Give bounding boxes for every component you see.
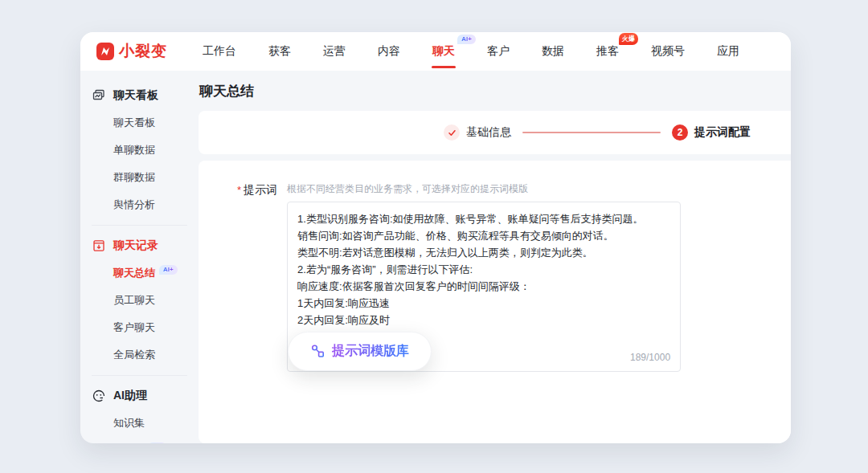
sidebar-section-chat-records[interactable]: 聊天记录 <box>80 232 199 259</box>
sidebar-item-global-search[interactable]: 全局检索 <box>80 341 199 369</box>
step-prompt-config: 2 提示词配置 <box>672 124 751 141</box>
steps-bar: 基础信息 2 提示词配置 <box>199 111 791 154</box>
sidebar-item-staff-chat[interactable]: 员工聊天 <box>80 287 199 314</box>
ai-plus-badge: AI+ <box>148 442 166 443</box>
nav-item-video-account[interactable]: 视频号 <box>651 33 685 70</box>
nav-item-chat[interactable]: 聊天 AI+ <box>432 33 455 70</box>
nav-item-acquire[interactable]: 获客 <box>268 33 291 70</box>
app-window: 小裂变 工作台 获客 运营 内容 聊天 AI+ 客户 数据 推客 火爆 视频号 … <box>80 32 791 443</box>
main-content: 聊天总结 基础信息 2 提示词配置 *提示 <box>199 71 791 443</box>
step-basic-info: 基础信息 <box>444 124 511 141</box>
prompt-config-panel: *提示词 根据不同经营类目的业务需求，可选择对应的提示词模版 1.类型识别服务咨… <box>199 161 791 443</box>
nav-item-workbench[interactable]: 工作台 <box>203 33 236 70</box>
nav-item-operations[interactable]: 运营 <box>323 33 346 70</box>
nav-item-data[interactable]: 数据 <box>542 33 564 70</box>
chat-archive-icon <box>92 239 106 253</box>
hot-badge: 火爆 <box>619 33 638 45</box>
nav-menu: 工作台 获客 运营 内容 聊天 AI+ 客户 数据 推客 火爆 视频号 应用 <box>203 33 739 70</box>
sidebar-item-chat-summary[interactable]: 聊天总结 AI+ <box>80 259 199 287</box>
sidebar-item-chat-dashboard[interactable]: 聊天看板 <box>80 109 199 137</box>
template-library-label: 提示词模版库 <box>332 343 409 360</box>
sidebar-section-chat-dashboard[interactable]: 聊天看板 <box>80 82 199 109</box>
nav-item-customers[interactable]: 客户 <box>487 33 510 70</box>
sidebar-item-customer-chat[interactable]: 客户聊天 <box>80 314 199 341</box>
step-number: 2 <box>672 124 688 141</box>
nav-item-apps[interactable]: 应用 <box>717 33 739 70</box>
prompt-field-label: *提示词 <box>237 182 277 198</box>
prompt-template-library-button[interactable]: 提示词模版库 <box>288 332 432 371</box>
step-check-icon <box>444 124 460 141</box>
page-title: 聊天总结 <box>199 82 791 100</box>
sidebar: 聊天看板 聊天看板 单聊数据 群聊数据 舆情分析 聊天记录 聊天总结 AI+ 员… <box>80 71 199 443</box>
brand-logo[interactable]: 小裂变 <box>96 41 167 62</box>
chat-dashboard-icon <box>92 88 106 103</box>
required-mark: * <box>237 184 241 196</box>
sidebar-section-ai-assistant[interactable]: AI助理 <box>80 382 199 410</box>
nav-item-content[interactable]: 内容 <box>378 33 400 70</box>
sidebar-item-ai-assistant[interactable]: AI助理 AI+ <box>80 437 199 443</box>
sidebar-item-single-chat-data[interactable]: 单聊数据 <box>80 137 199 164</box>
sidebar-divider <box>92 225 187 226</box>
top-navbar: 小裂变 工作台 获客 运营 内容 聊天 AI+ 客户 数据 推客 火爆 视频号 … <box>80 32 791 71</box>
prompt-field-hint: 根据不同经营类目的业务需求，可选择对应的提示词模版 <box>287 182 681 196</box>
brand-name: 小裂变 <box>119 41 167 62</box>
sidebar-item-knowledge-set[interactable]: 知识集 <box>80 410 199 437</box>
ai-plus-badge: AI+ <box>457 35 476 44</box>
step-connector <box>522 132 661 133</box>
nav-item-promoter[interactable]: 推客 火爆 <box>596 33 619 70</box>
brand-logo-icon <box>96 43 114 60</box>
sidebar-item-group-chat-data[interactable]: 群聊数据 <box>80 164 199 191</box>
sidebar-divider <box>92 375 187 376</box>
template-library-icon <box>310 344 326 359</box>
sidebar-item-sentiment-analysis[interactable]: 舆情分析 <box>80 191 199 218</box>
ai-plus-badge: AI+ <box>159 265 178 275</box>
ai-assistant-icon <box>92 389 106 403</box>
